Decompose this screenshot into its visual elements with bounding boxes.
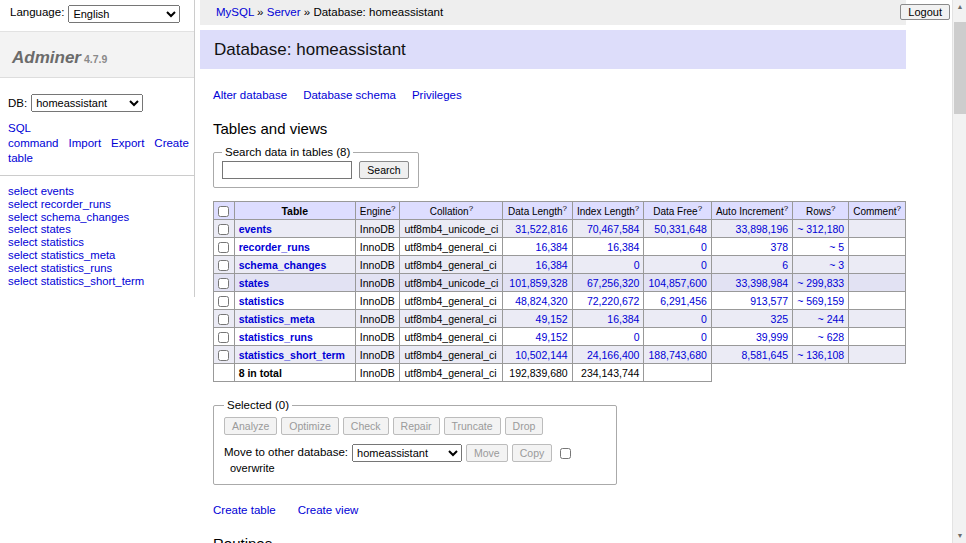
cell-data-free[interactable]: 6,291,456: [644, 292, 711, 310]
help-icon[interactable]: ?: [831, 204, 835, 213]
cell-index-length[interactable]: 0: [572, 256, 644, 274]
scrollbar-thumb[interactable]: [954, 22, 966, 114]
db-action-link[interactable]: Privileges: [412, 89, 462, 101]
cell-rows[interactable]: ~ 244: [793, 310, 849, 328]
cell-data-free[interactable]: 104,857,600: [644, 274, 711, 292]
cell-data-free[interactable]: 50,331,648: [644, 220, 711, 238]
table-name-link[interactable]: states: [239, 277, 269, 289]
table-name-link[interactable]: schema_changes: [239, 259, 327, 271]
sidebar-table-link[interactable]: select statistics_meta: [8, 249, 194, 262]
help-icon[interactable]: ?: [698, 204, 702, 213]
cell-index-length[interactable]: 67,256,320: [572, 274, 644, 292]
row-checkbox[interactable]: [218, 350, 229, 361]
col-header-rows[interactable]: Rows?: [793, 202, 849, 220]
cell-auto-increment[interactable]: 8,581,645: [711, 346, 792, 364]
table-op-button[interactable]: Analyze: [224, 417, 277, 435]
select-all-checkbox[interactable]: [218, 206, 229, 217]
cell-rows[interactable]: ~ 5: [793, 238, 849, 256]
table-name-link[interactable]: statistics_meta: [239, 313, 315, 325]
cell-index-length[interactable]: 16,384: [572, 310, 644, 328]
cell-auto-increment[interactable]: 33,398,984: [711, 274, 792, 292]
cell-rows[interactable]: ~ 312,180: [793, 220, 849, 238]
table-name-link[interactable]: statistics_short_term: [239, 349, 345, 361]
create-link[interactable]: Create view: [298, 504, 359, 516]
breadcrumb-link[interactable]: Server: [267, 6, 301, 18]
cell-data-free[interactable]: 0: [644, 256, 711, 274]
table-op-button[interactable]: Repair: [393, 417, 440, 435]
table-name-link[interactable]: statistics_runs: [239, 331, 313, 343]
sidebar-action-link[interactable]: Export: [111, 137, 144, 149]
sidebar-table-link[interactable]: select events: [8, 185, 194, 198]
col-header-collation[interactable]: Collation?: [400, 202, 503, 220]
scroll-down-arrow[interactable]: ▼: [953, 529, 966, 543]
help-icon[interactable]: ?: [563, 204, 567, 213]
overwrite-checkbox[interactable]: [560, 448, 571, 459]
cell-data-length[interactable]: 49,152: [503, 328, 572, 346]
cell-auto-increment[interactable]: 378: [711, 238, 792, 256]
cell-data-length[interactable]: 10,502,144: [503, 346, 572, 364]
search-button[interactable]: Search: [359, 161, 408, 179]
row-checkbox[interactable]: [218, 260, 229, 271]
cell-index-length[interactable]: 16,384: [572, 238, 644, 256]
sidebar-table-link[interactable]: select statistics_short_term: [8, 275, 194, 288]
cell-data-length[interactable]: 49,152: [503, 310, 572, 328]
col-header-engine[interactable]: Engine?: [355, 202, 400, 220]
col-header-comment[interactable]: Comment?: [849, 202, 906, 220]
sidebar-table-link[interactable]: select recorder_runs: [8, 198, 194, 211]
cell-data-length[interactable]: 16,384: [503, 238, 572, 256]
cell-auto-increment[interactable]: 325: [711, 310, 792, 328]
cell-rows[interactable]: ~ 569,159: [793, 292, 849, 310]
breadcrumb-link[interactable]: MySQL: [216, 6, 254, 18]
cell-rows[interactable]: ~ 628: [793, 328, 849, 346]
help-icon[interactable]: ?: [784, 204, 788, 213]
table-op-button[interactable]: Optimize: [281, 417, 338, 435]
table-op-button[interactable]: Drop: [505, 417, 544, 435]
scroll-up-arrow[interactable]: ▲: [953, 0, 966, 14]
help-icon[interactable]: ?: [469, 204, 473, 213]
sidebar-action-link[interactable]: SQL command: [8, 122, 59, 149]
col-header-index-length[interactable]: Index Length?: [572, 202, 644, 220]
cell-index-length[interactable]: 0: [572, 328, 644, 346]
col-header-data-free[interactable]: Data Free?: [644, 202, 711, 220]
cell-rows[interactable]: ~ 299,833: [793, 274, 849, 292]
language-select[interactable]: English: [68, 5, 180, 23]
row-checkbox[interactable]: [218, 242, 229, 253]
cell-index-length[interactable]: 70,467,584: [572, 220, 644, 238]
cell-rows[interactable]: ~ 3: [793, 256, 849, 274]
help-icon[interactable]: ?: [391, 204, 395, 213]
table-name-link[interactable]: statistics: [239, 295, 285, 307]
row-checkbox[interactable]: [218, 314, 229, 325]
cell-rows[interactable]: ~ 136,108: [793, 346, 849, 364]
cell-auto-increment[interactable]: 39,999: [711, 328, 792, 346]
cell-index-length[interactable]: 72,220,672: [572, 292, 644, 310]
cell-data-length[interactable]: 16,384: [503, 256, 572, 274]
cell-data-length[interactable]: 101,859,328: [503, 274, 572, 292]
sidebar-action-link[interactable]: Import: [69, 137, 102, 149]
logout-button[interactable]: Logout: [900, 4, 950, 20]
row-checkbox[interactable]: [218, 224, 229, 235]
table-name-link[interactable]: events: [239, 223, 272, 235]
table-op-button[interactable]: Truncate: [444, 417, 501, 435]
search-input[interactable]: [222, 161, 352, 179]
cell-data-free[interactable]: 0: [644, 328, 711, 346]
cell-data-free[interactable]: 0: [644, 310, 711, 328]
sidebar-table-link[interactable]: select statistics: [8, 236, 194, 249]
db-action-link[interactable]: Database schema: [303, 89, 396, 101]
table-name-link[interactable]: recorder_runs: [239, 241, 310, 253]
move-db-select[interactable]: homeassistant: [352, 444, 462, 462]
cell-data-free[interactable]: 188,743,680: [644, 346, 711, 364]
col-header-auto-increment[interactable]: Auto Increment?: [711, 202, 792, 220]
sidebar-table-link[interactable]: select statistics_runs: [8, 262, 194, 275]
cell-data-length[interactable]: 48,824,320: [503, 292, 572, 310]
row-checkbox[interactable]: [218, 332, 229, 343]
row-checkbox[interactable]: [218, 278, 229, 289]
cell-auto-increment[interactable]: 6: [711, 256, 792, 274]
row-checkbox[interactable]: [218, 296, 229, 307]
cell-auto-increment[interactable]: 33,898,196: [711, 220, 792, 238]
move-op-button[interactable]: Copy: [512, 444, 553, 462]
sidebar-table-link[interactable]: select states: [8, 223, 194, 236]
cell-data-length[interactable]: 31,522,816: [503, 220, 572, 238]
sidebar-table-link[interactable]: select schema_changes: [8, 211, 194, 224]
db-action-link[interactable]: Alter database: [213, 89, 287, 101]
move-op-button[interactable]: Move: [466, 444, 508, 462]
